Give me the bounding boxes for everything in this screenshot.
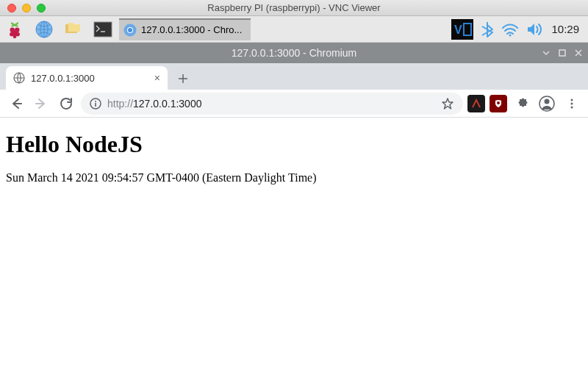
chromium-titlebar[interactable]: 127.0.0.1:3000 - Chromium: [0, 43, 588, 63]
puzzle-icon: [515, 97, 528, 110]
svg-point-21: [497, 101, 500, 104]
svg-point-24: [571, 98, 573, 101]
svg-text:V: V: [454, 24, 462, 36]
chromium-close-button[interactable]: [575, 49, 582, 57]
new-tab-button[interactable]: [172, 68, 194, 90]
info-icon: [90, 98, 101, 110]
mac-titlebar: Raspberry PI (raspberrypi) - VNC Viewer: [0, 0, 588, 16]
avatar-icon: [539, 96, 555, 112]
raspberry-icon: [5, 20, 24, 39]
plus-icon: [178, 74, 188, 84]
svg-point-5: [13, 35, 17, 38]
svg-point-23: [545, 98, 550, 104]
kebab-icon: [566, 98, 578, 110]
chevron-down-icon: [542, 49, 550, 57]
bluetooth-tray[interactable]: [481, 21, 494, 38]
web-browser-launcher[interactable]: [29, 16, 59, 43]
taskbar-task-label: 127.0.0.1:3000 - Chro...: [141, 24, 242, 35]
pi-taskbar-left: 127.0.0.1:3000 - Chro...: [0, 16, 252, 42]
address-bar[interactable]: http://127.0.0.1:3000: [81, 93, 463, 115]
reload-icon: [60, 97, 73, 110]
svg-point-11: [128, 28, 132, 32]
tab-title: 127.0.0.1:3000: [31, 73, 95, 84]
url-text: http://127.0.0.1:3000: [107, 98, 201, 110]
mac-minimize-button[interactable]: [22, 4, 31, 12]
traffic-lights: [0, 4, 46, 12]
chromium-minimize-button[interactable]: [542, 49, 550, 57]
chromium-window-controls: [542, 49, 582, 57]
mac-close-button[interactable]: [7, 4, 16, 12]
profile-button[interactable]: [537, 93, 557, 114]
forward-button[interactable]: [31, 93, 51, 114]
reload-button[interactable]: [56, 93, 76, 114]
x-icon: [575, 49, 582, 57]
folders-icon: [64, 21, 83, 37]
pi-taskbar: 127.0.0.1:3000 - Chro... V: [0, 16, 588, 43]
speaker-icon: [526, 22, 544, 37]
vnc-icon: V: [451, 19, 473, 40]
svg-point-15: [509, 34, 512, 36]
square-icon: [559, 49, 566, 57]
browser-toolbar: http://127.0.0.1:3000: [0, 90, 588, 118]
ublock-extension[interactable]: [490, 95, 507, 112]
svg-rect-16: [559, 50, 565, 56]
chromium-window-title: 127.0.0.1:3000 - Chromium: [232, 47, 356, 59]
wifi-tray[interactable]: [501, 22, 519, 37]
svg-point-19: [95, 101, 96, 102]
mac-zoom-button[interactable]: [37, 4, 46, 12]
page-heading: Hello NodeJS: [6, 131, 582, 158]
star-icon: [441, 97, 454, 110]
extension-icon: [471, 98, 481, 109]
pi-menu-button[interactable]: [0, 16, 29, 43]
chromium-icon: [123, 24, 137, 37]
tab-close-button[interactable]: ×: [154, 72, 160, 84]
globe-favicon-icon: [13, 72, 25, 84]
terminal-launcher[interactable]: [88, 16, 118, 43]
svg-point-25: [571, 102, 573, 104]
svg-point-26: [571, 106, 573, 108]
menu-button[interactable]: [562, 93, 582, 114]
page-timestamp: Sun March 14 2021 09:54:57 GMT-0400 (Eas…: [6, 171, 582, 184]
browser-tab[interactable]: 127.0.0.1:3000 ×: [6, 66, 168, 90]
tab-strip: 127.0.0.1:3000 ×: [0, 63, 588, 90]
wifi-icon: [501, 22, 519, 37]
back-button[interactable]: [6, 93, 26, 114]
svg-rect-8: [94, 22, 112, 37]
shield-icon: [493, 98, 503, 109]
arrow-right-icon: [35, 97, 48, 110]
volume-tray[interactable]: [526, 22, 544, 37]
page-content: Hello NodeJS Sun March 14 2021 09:54:57 …: [0, 118, 588, 190]
mac-window-title: Raspberry PI (raspberrypi) - VNC Viewer: [0, 2, 588, 13]
terminal-icon: [93, 21, 112, 37]
pi-clock[interactable]: 10:29: [551, 23, 579, 35]
bookmark-star-button[interactable]: [441, 97, 454, 110]
extension-1[interactable]: [467, 95, 485, 112]
file-manager-launcher[interactable]: [59, 16, 88, 43]
vnc-tray-icon[interactable]: V: [451, 19, 473, 40]
arrow-left-icon: [10, 97, 23, 110]
extensions-button[interactable]: [512, 93, 532, 114]
taskbar-chromium-task[interactable]: 127.0.0.1:3000 - Chro...: [119, 18, 251, 40]
globe-icon: [35, 21, 53, 38]
pi-taskbar-right: V 10:29: [451, 19, 588, 40]
bluetooth-icon: [481, 21, 494, 38]
svg-rect-20: [95, 103, 96, 107]
chromium-maximize-button[interactable]: [559, 49, 566, 57]
